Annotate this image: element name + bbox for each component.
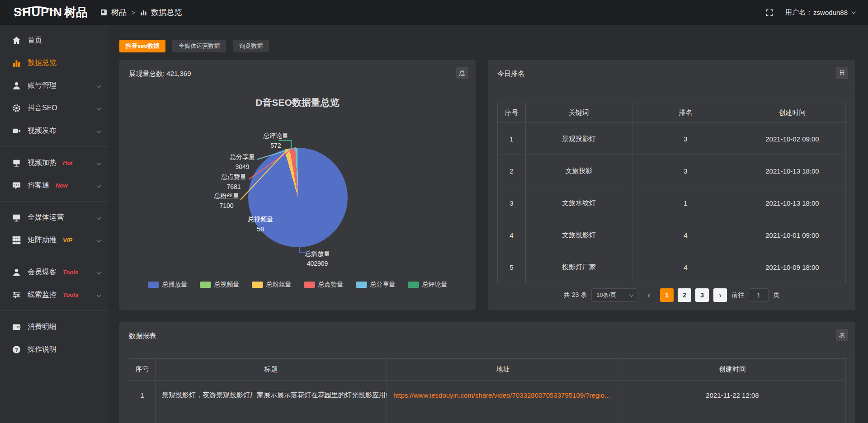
sidebar-badge-new: New xyxy=(56,182,68,189)
svg-text:?: ? xyxy=(15,347,18,352)
chat-icon xyxy=(12,181,21,190)
next-page-button[interactable]: › xyxy=(713,288,727,302)
tab-inquiry-data[interactable]: 询盘数据 xyxy=(233,40,269,52)
sidebar-item-clue-monitor[interactable]: 线索监控Tools xyxy=(0,283,108,306)
sidebar-item-matrix-boost[interactable]: 矩阵助推VIP xyxy=(0,229,108,251)
tab-douyin-seo-data[interactable]: 抖音seo数据 xyxy=(119,40,165,52)
logo: SHUPIN 树品 xyxy=(0,5,108,20)
report-table: 序号标题地址创建时间 1景观投影灯，夜游景观投影灯厂家展示展示落花灯在花园里的灯… xyxy=(129,358,846,423)
breadcrumb: 树品 > 数据总览 xyxy=(100,7,182,18)
ranking-panel: 今日排名 日 序号关键词排名创建时间 1景观投影灯32021-10-02 09:… xyxy=(488,60,855,310)
pie-label-fans: 总粉丝量7100 xyxy=(214,191,239,211)
legend-item[interactable]: 总评论量 xyxy=(408,281,448,289)
user-icon xyxy=(12,268,21,277)
column-header: 标题 xyxy=(156,359,387,381)
page-size-select[interactable]: 10条/页 xyxy=(591,288,637,302)
goto-page-input[interactable] xyxy=(749,288,769,302)
cell: 2021-10-02 09:00 xyxy=(739,123,846,155)
legend-item[interactable]: 总点赞量 xyxy=(304,281,344,289)
pagination: 共 23 条 10条/页 ‹ 123 › 前往 页 xyxy=(488,288,855,302)
chevron-down-icon xyxy=(97,270,101,274)
daily-badge[interactable]: 日 xyxy=(836,67,848,79)
sidebar-item-member-burst[interactable]: 会员爆客Tools xyxy=(0,261,108,283)
legend-item[interactable]: 总视频量 xyxy=(200,281,240,289)
label-line xyxy=(291,140,292,149)
breadcrumb-current[interactable]: 数据总览 xyxy=(151,7,182,18)
chart-title: D音SEO数据量总览 xyxy=(119,96,476,109)
goto-unit-label: 页 xyxy=(773,291,779,299)
sidebar-item-consumption-detail[interactable]: 消费明细 xyxy=(0,315,108,338)
sidebar-item-label: 抖客通 xyxy=(28,181,49,190)
cell: 景观投影灯 xyxy=(526,123,632,155)
sidebar-item-douyin-seo[interactable]: 抖音SEO xyxy=(0,97,108,119)
fullscreen-icon[interactable] xyxy=(765,9,774,17)
video-url-link[interactable]: https://www.iesdouyin.com/share/video/70… xyxy=(393,391,613,399)
report-panel: 数据报表 表 序号标题地址创建时间 1景观投影灯，夜游景观投影灯厂家展示展示落花… xyxy=(119,322,855,423)
goto-label: 前往 xyxy=(731,291,744,299)
report-row-partial xyxy=(129,410,846,423)
sidebar-item-account-manage[interactable]: 账号管理 xyxy=(0,74,108,97)
sidebar-divider xyxy=(0,256,108,256)
tab-media-operation-data[interactable]: 全媒体运营数据 xyxy=(172,40,226,52)
sidebar-item-media-operation[interactable]: 全媒体运营 xyxy=(0,206,108,229)
chart-legend: 总播放量总视频量总粉丝量总点赞量总分享量总评论量 xyxy=(119,281,476,289)
wallet-icon xyxy=(12,323,21,331)
label-line xyxy=(278,140,292,141)
question-icon: ? xyxy=(12,345,21,354)
legend-item[interactable]: 总播放量 xyxy=(148,281,188,289)
page-button-2[interactable]: 2 xyxy=(678,288,691,302)
ranking-row: 2文旅投影32021-10-13 18:00 xyxy=(498,155,846,187)
sidebar-item-douketong[interactable]: 抖客通New xyxy=(0,174,108,197)
column-header: 序号 xyxy=(129,359,156,381)
chevron-down-icon xyxy=(97,183,101,188)
ranking-table: 序号关键词排名创建时间 1景观投影灯32021-10-02 09:002文旅投影… xyxy=(497,103,846,283)
table-badge[interactable]: 表 xyxy=(836,329,848,341)
cell: 文旅投影灯 xyxy=(526,219,632,251)
legend-label: 总视频量 xyxy=(214,281,240,289)
ranking-row: 4文旅投影灯42021-10-01 09:00 xyxy=(498,219,846,251)
legend-item[interactable]: 总粉丝量 xyxy=(252,281,292,289)
cell: 5 xyxy=(498,251,526,283)
cell-time: 2021-11-22 12:08 xyxy=(619,381,846,410)
legend-label: 总粉丝量 xyxy=(266,281,292,289)
sidebar-item-label: 线索监控 xyxy=(28,290,57,300)
cell: 2021-10-09 18:00 xyxy=(739,251,846,283)
report-table-header-row: 序号标题地址创建时间 xyxy=(129,359,846,381)
sidebar-item-video-publish[interactable]: 视频发布 xyxy=(0,119,108,142)
breadcrumb-root[interactable]: 树品 xyxy=(111,7,127,18)
monitor-icon xyxy=(12,213,21,222)
app-root: SHUPIN 树品 树品 > 数据总览 用户名：zswodun88 首页数据总览… xyxy=(0,0,868,423)
sidebar-item-label: 首页 xyxy=(28,36,42,45)
legend-marker xyxy=(200,282,211,288)
sidebar-item-data-overview[interactable]: 数据总览 xyxy=(0,52,108,74)
chevron-down-icon xyxy=(97,238,101,242)
sidebar-item-instructions[interactable]: ?操作说明 xyxy=(0,338,108,361)
prev-page-button[interactable]: ‹ xyxy=(642,288,656,302)
cell: 4 xyxy=(632,251,739,283)
sidebar-item-home[interactable]: 首页 xyxy=(0,29,108,52)
cell: 3 xyxy=(632,155,739,187)
pie-chart: D音SEO数据量总览 总评论量572 总分享量3049 总点赞量7681 总粉丝… xyxy=(119,60,476,310)
logo-text-cn: 树品 xyxy=(64,5,88,20)
tab-bar: 抖音seo数据全媒体运营数据询盘数据 xyxy=(119,40,269,52)
username: zswodun88 xyxy=(813,9,848,16)
legend-item[interactable]: 总分享量 xyxy=(356,281,396,289)
report-row: 1景观投影灯，夜游景观投影灯厂家展示展示落花灯在花园里的灯光投影应用效果 #ht… xyxy=(129,381,846,410)
sidebar-badge-vip: VIP xyxy=(63,237,72,244)
sliders-icon xyxy=(12,291,21,299)
sidebar-item-label: 会员爆客 xyxy=(28,268,57,277)
column-header: 地址 xyxy=(387,359,619,381)
sidebar-badge-tools: Tools xyxy=(63,291,78,298)
pie-label-plays: 总播放量402909 xyxy=(305,249,330,268)
page-size-value: 10条/页 xyxy=(596,291,616,299)
cell: 2021-10-13 18:00 xyxy=(739,155,846,187)
grid-icon xyxy=(12,236,21,244)
user-menu[interactable]: 用户名：zswodun88 xyxy=(785,8,854,17)
ranking-table-header-row: 序号关键词排名创建时间 xyxy=(498,103,846,123)
page-button-1[interactable]: 1 xyxy=(660,288,674,302)
column-header: 关键词 xyxy=(526,103,632,123)
page-button-3[interactable]: 3 xyxy=(695,288,709,302)
sidebar-item-video-heat[interactable]: 视频加热Hot xyxy=(0,151,108,174)
cell xyxy=(387,410,619,423)
home-icon xyxy=(12,36,21,45)
